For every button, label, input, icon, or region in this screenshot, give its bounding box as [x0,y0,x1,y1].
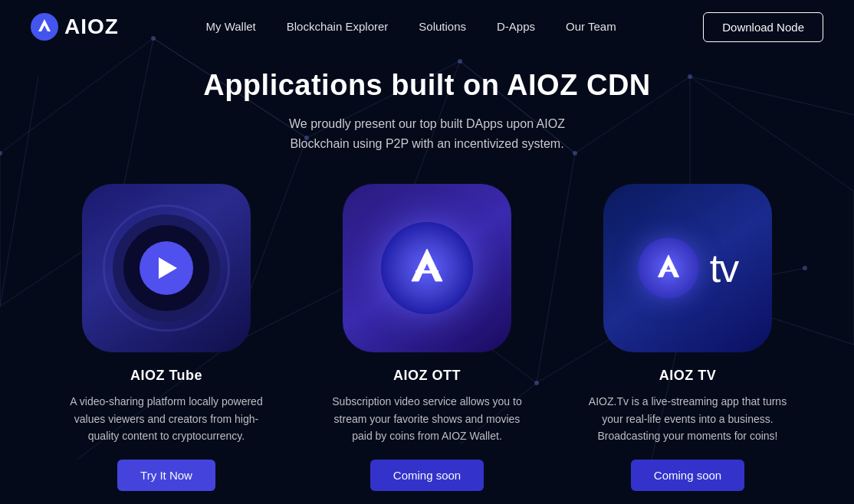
aioz-tv-label: tv [710,245,737,291]
navbar: AIOZ My Wallet Blockchain Explorer Solut… [0,0,854,54]
aioz-tube-icon [82,184,251,352]
aioz-tv-button[interactable]: Coming soon [631,460,744,491]
nav-solutions[interactable]: Solutions [419,20,466,33]
aioz-logo-icon [31,13,58,41]
aioz-tube-description: A video-sharing platform locally powered… [67,393,266,444]
aioz-tv-logo-circle [638,237,699,299]
aioz-ott-name: AIOZ OTT [393,368,461,384]
download-node-button[interactable]: Download Node [703,12,823,42]
logo-link[interactable]: AIOZ [31,13,119,41]
nav-my-wallet[interactable]: My Wallet [205,20,255,33]
nav-d-apps[interactable]: D-Apps [497,20,535,33]
logo-text: AIOZ [64,15,119,39]
tube-ring [113,214,220,322]
aioz-ott-description: Subscription video service allows you to… [327,393,527,444]
nav-our-team[interactable]: Our Team [566,20,616,33]
apps-grid: AIOZ Tube A video-sharing platform local… [0,184,854,504]
aioz-tube-name: AIOZ Tube [130,368,202,384]
aioz-tv-icon: tv [603,184,772,352]
app-card-aioz-ott: AIOZ OTT Subscription video service allo… [297,184,557,504]
play-triangle-icon [159,257,177,279]
aioz-ott-icon-wrapper [343,184,511,352]
aioz-ott-button[interactable]: Coming soon [370,460,484,491]
aioz-tv-a-logo-svg [650,250,687,286]
nav-blockchain-explorer[interactable]: Blockchain Explorer [287,20,389,33]
aioz-tube-icon-wrapper [82,184,251,352]
aioz-tube-button[interactable]: Try It Now [117,460,215,491]
section-subtitle: We proudly present our top built DApps u… [0,114,854,153]
nav-links: My Wallet Blockchain Explorer Solutions … [205,20,616,34]
app-card-aioz-tv: tv AIOZ TV AIOZ.Tv is a live-streaming a… [557,184,818,504]
aioz-a-logo-svg [400,241,454,295]
main-content: Applications built on AIOZ CDN We proudl… [0,54,854,504]
aioz-tv-description: AIOZ.Tv is a live-streaming app that tur… [588,393,787,444]
aioz-ott-icon [343,184,511,352]
aioz-tv-name: AIOZ TV [659,368,717,384]
aioz-ott-logo-circle [381,222,473,314]
app-card-aioz-tube: AIOZ Tube A video-sharing platform local… [36,184,297,504]
aioz-tv-icon-wrapper: tv [603,184,772,352]
section-title: Applications built on AIOZ CDN [0,69,854,102]
play-button-icon [140,241,193,295]
svg-point-40 [31,13,58,41]
